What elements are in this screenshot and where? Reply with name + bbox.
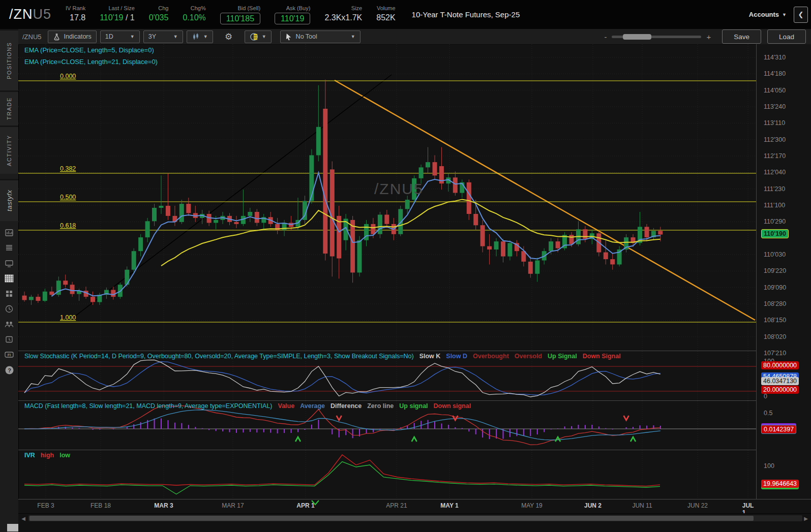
history-clock-icon[interactable]: [3, 303, 16, 315]
zoom-slider[interactable]: [612, 36, 701, 38]
field-value: 110'185: [220, 13, 260, 24]
price-tick-label: 109'090: [761, 284, 788, 292]
chart-settings-button[interactable]: ⚙: [217, 31, 241, 43]
stochastic-legend: Slow Stochastic (K Period=14, D Period=9…: [24, 353, 626, 360]
legend-item: Zero line: [367, 402, 394, 410]
field-value: 852K: [376, 13, 395, 22]
macd-panel[interactable]: MACD (Fast length=8, Slow length=21, MAC…: [18, 401, 756, 450]
field-value: 17.8: [70, 13, 85, 22]
field-value: 110'19 / 1: [100, 13, 135, 22]
legend-item: Oversold: [515, 353, 542, 360]
stoch-axis-value: 80.0000000: [761, 361, 799, 369]
field-label: Last / Size: [108, 5, 134, 12]
chevron-down-icon: ▼: [130, 34, 135, 39]
legend-item: Average: [300, 402, 325, 410]
price-tick-label: 108'150: [761, 316, 788, 324]
sidebar-tab-positions[interactable]: POSITIONS: [0, 29, 18, 90]
price-axis[interactable]: 114'310114'180114'050113'240113'110112'3…: [756, 44, 811, 499]
chart-type-dropdown[interactable]: ▼: [187, 30, 213, 43]
legend-item: Slow K: [419, 353, 441, 360]
zoom-in-button[interactable]: +: [701, 33, 716, 41]
time-tick-label: JUN 11: [632, 502, 652, 509]
scrollbar-track[interactable]: [28, 515, 802, 521]
time-axis[interactable]: FEB 3FEB 18MAR 3MAR 17APR 1APR 21MAY 1MA…: [18, 499, 756, 513]
dashboard-icon[interactable]: [3, 288, 16, 299]
scroll-right-arrow[interactable]: ▶: [802, 515, 810, 521]
time-tick-label: MAY 1: [440, 502, 458, 509]
follow-traders-icon[interactable]: [3, 319, 16, 330]
horizontal-scrollbar[interactable]: ◀ ▶: [18, 513, 811, 532]
stoch-axis-value: 0: [761, 392, 769, 400]
ivr-plot[interactable]: [18, 450, 756, 499]
price-tick-label: 110'290: [761, 217, 788, 226]
panel-divider[interactable]: [18, 351, 811, 351]
quote-field-chg: Chg0'035: [149, 5, 169, 24]
scroll-left-arrow[interactable]: ◀: [19, 515, 27, 521]
field-value: 0'035: [149, 13, 169, 22]
price-tick-label: 114'180: [761, 70, 788, 78]
active-tool-dropdown[interactable]: No Tool ▼: [280, 30, 361, 43]
video-icon[interactable]: [3, 258, 16, 269]
quote-field-bid-sell-[interactable]: Bid (Sell)110'185: [220, 5, 260, 24]
field-value: 0.10%: [183, 13, 205, 22]
drawing-set-dropdown[interactable]: ▼: [245, 30, 272, 43]
field-label: Chg: [158, 5, 168, 12]
left-sidebar: POSITIONSTRADEACTIVITYtastyfx FI?: [0, 29, 19, 532]
drawing-set-icon: [250, 33, 258, 41]
accounts-dropdown[interactable]: Accounts▼: [749, 11, 787, 18]
quotes-icon[interactable]: [3, 227, 16, 238]
watchlist-icon[interactable]: [3, 242, 16, 254]
fixed-income-icon[interactable]: FI: [3, 349, 16, 360]
range-dropdown[interactable]: 3Y▼: [143, 30, 183, 43]
help-icon[interactable]: ?: [3, 364, 16, 375]
ivr-panel[interactable]: IVRhighlow: [18, 450, 756, 499]
load-button[interactable]: Load: [767, 29, 806, 44]
sidebar-tab-tastyfx[interactable]: tastyfx: [0, 179, 18, 221]
zoom-slider-thumb[interactable]: [623, 34, 651, 40]
price-tick-label: 112'040: [761, 168, 788, 176]
quote-field-ask-buy-[interactable]: Ask (Buy)110'19: [275, 5, 310, 24]
field-value: 110'19: [275, 13, 310, 24]
quote-field-iv-rank: IV Rank17.8: [66, 5, 85, 24]
stochastic-panel[interactable]: Slow Stochastic (K Period=14, D Period=9…: [18, 351, 756, 400]
quote-fields: IV Rank17.8Last / Size110'19 / 1Chg0'035…: [66, 5, 410, 24]
field-label: Chg%: [191, 5, 206, 12]
ivr-axis-value: 19.9646643: [761, 480, 799, 488]
field-label: Size: [351, 5, 362, 12]
collapse-panel-button[interactable]: ❮: [794, 7, 808, 23]
field-label: Ask (Buy): [286, 5, 311, 12]
timeframe-dropdown[interactable]: 1D▼: [100, 30, 140, 43]
toolbar-symbol: /ZNU5: [22, 33, 42, 41]
chart-icon[interactable]: [3, 273, 16, 284]
calendar-icon[interactable]: [3, 334, 16, 345]
sidebar-tab-trade[interactable]: TRADE: [0, 90, 18, 126]
indicators-button[interactable]: Indicators: [48, 30, 97, 43]
quote-field-volume: Volume852K: [376, 5, 395, 24]
legend-item: Difference: [331, 402, 362, 410]
ema-legend-line: EMA (Price=CLOSE, Length=5, Displace=0): [24, 46, 158, 54]
panel-divider[interactable]: [18, 400, 811, 401]
stoch-legend-title: Slow Stochastic (K Period=14, D Period=9…: [24, 353, 414, 360]
symbol-watermark: /ZNU5: [374, 180, 424, 198]
ema-legend-line: EMA (Price=CLOSE, Length=21, Displace=0): [24, 58, 158, 66]
price-tick-label: 112'170: [761, 152, 788, 160]
legend-item: Slow D: [446, 353, 467, 360]
scrollbar-thumb[interactable]: [29, 516, 754, 521]
sidebar-tab-activity[interactable]: ACTIVITY: [0, 126, 18, 174]
scrollbar-corner: [7, 524, 18, 531]
legend-item: Value: [278, 402, 295, 410]
ema-legend: EMA (Price=CLOSE, Length=5, Displace=0)E…: [24, 46, 158, 70]
price-chart-panel[interactable]: EMA (Price=CLOSE, Length=5, Displace=0)E…: [18, 44, 756, 351]
candlestick-chart-icon: [192, 33, 200, 41]
ivr-axis-value: 100: [761, 462, 776, 470]
chevron-down-icon: ▼: [203, 34, 208, 39]
save-button[interactable]: Save: [722, 29, 761, 44]
macd-axis-value: 0.0142397: [761, 425, 796, 434]
price-tick-label: 110'030: [761, 251, 788, 259]
chevron-down-icon: ▼: [173, 34, 178, 39]
svg-text:0.382: 0.382: [60, 165, 76, 172]
zoom-out-button[interactable]: -: [599, 33, 612, 41]
panel-divider[interactable]: [18, 450, 811, 450]
current-price-badge: 110'190: [761, 229, 789, 238]
svg-text:0.618: 0.618: [60, 222, 76, 229]
